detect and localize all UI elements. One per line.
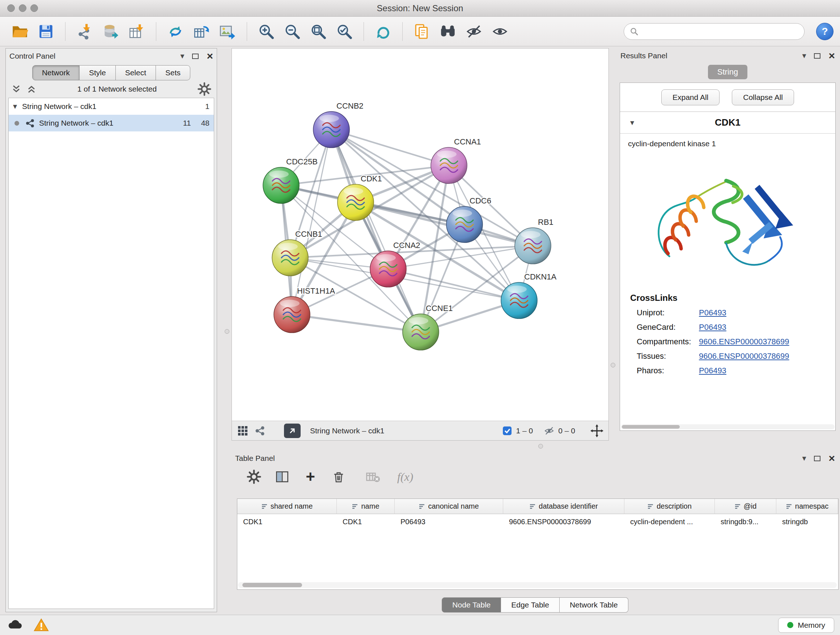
table-settings-button[interactable] <box>245 468 263 486</box>
open-report-button[interactable] <box>411 21 432 42</box>
delete-table-button[interactable] <box>364 468 381 486</box>
collection-disclosure-icon[interactable]: ▾ <box>13 103 17 111</box>
gene-disclosure-icon[interactable]: ▾ <box>630 119 634 127</box>
network-row[interactable]: String Network – cdk1 11 48 <box>9 115 214 131</box>
network-node-CCNA1[interactable]: CCNA1 <box>431 137 481 184</box>
network-node-CCNB2[interactable]: CCNB2 <box>313 101 363 148</box>
network-node-CDKN1A[interactable]: CDKN1A <box>501 272 557 318</box>
sort-icon <box>786 503 792 510</box>
column-header-namespace[interactable]: namespac <box>776 499 838 514</box>
uniprot-link[interactable]: P06493 <box>699 308 726 318</box>
grid-view-icon[interactable] <box>237 425 248 437</box>
close-window-button[interactable] <box>7 4 15 12</box>
table-row[interactable]: CDK1 CDK1 P06493 9606.ENSP00000378699 cy… <box>237 514 838 529</box>
tab-edge-table[interactable]: Edge Table <box>501 597 560 613</box>
tab-select[interactable]: Select <box>116 65 156 80</box>
results-tab-string[interactable]: String <box>708 65 747 79</box>
pharos-link[interactable]: P06493 <box>699 366 726 375</box>
tab-sets[interactable]: Sets <box>156 65 190 80</box>
expand-all-button[interactable]: Expand All <box>661 89 720 105</box>
clone-network-button[interactable] <box>165 21 186 42</box>
results-panel-close-icon[interactable]: × <box>829 50 835 61</box>
cell-shared-name[interactable]: CDK1 <box>237 514 337 529</box>
genecard-link[interactable]: P06493 <box>699 323 726 332</box>
network-node-HIST1H1A[interactable]: HIST1H1A <box>274 287 335 333</box>
network-node-CCNB1[interactable]: CCNB1 <box>272 230 322 276</box>
pan-crosshair-icon[interactable] <box>591 424 603 437</box>
create-column-button[interactable]: + <box>302 468 319 486</box>
gene-section-header[interactable]: ▾ CDK1 <box>620 112 835 134</box>
network-collection-row[interactable]: ▾ String Network – cdk1 1 <box>9 98 214 115</box>
apply-layout-button[interactable] <box>373 21 393 42</box>
cell-id[interactable]: stringdb:9... <box>715 514 776 529</box>
show-columns-button[interactable] <box>273 468 291 486</box>
tab-node-table[interactable]: Node Table <box>442 597 501 613</box>
node-table: shared name name canonical name database… <box>237 499 838 590</box>
column-header-description[interactable]: description <box>624 499 715 514</box>
cell-name[interactable]: CDK1 <box>337 514 395 529</box>
table-horizontal-scrollbar[interactable] <box>238 582 837 588</box>
import-network-from-file-button[interactable] <box>74 21 95 42</box>
delete-column-button[interactable] <box>330 468 347 486</box>
column-header-canonical-name[interactable]: canonical name <box>395 499 503 514</box>
export-image-button[interactable] <box>217 21 238 42</box>
cell-database-identifier[interactable]: 9606.ENSP00000378699 <box>503 514 624 529</box>
cell-canonical-name[interactable]: P06493 <box>395 514 503 529</box>
table-panel-float-icon[interactable] <box>814 456 821 461</box>
control-panel-close-icon[interactable]: × <box>207 51 213 62</box>
hide-selected-button[interactable] <box>463 21 485 42</box>
tab-network-table[interactable]: Network Table <box>560 597 628 613</box>
import-network-from-database-button[interactable] <box>100 21 121 42</box>
import-table-from-file-button[interactable] <box>126 21 147 42</box>
warnings-button[interactable] <box>33 616 50 634</box>
results-horizontal-scrollbar[interactable] <box>621 424 835 429</box>
column-header-database-identifier[interactable]: database identifier <box>503 499 624 514</box>
network-canvas[interactable]: CCNB2CCNA1CDC25BCDK1CDC6RB1CCNB1CCNA2CDK… <box>232 49 608 421</box>
splitter-handle[interactable] <box>538 444 543 448</box>
tab-style[interactable]: Style <box>80 65 116 80</box>
zoom-window-button[interactable] <box>30 4 38 12</box>
open-session-button[interactable] <box>9 21 30 42</box>
zoom-fit-button[interactable] <box>308 21 329 42</box>
control-panel-float-icon[interactable] <box>192 54 199 59</box>
cell-namespace[interactable]: stringdb <box>776 514 838 529</box>
search-network-button[interactable] <box>437 21 458 42</box>
selected-checkbox-icon[interactable] <box>502 425 513 436</box>
splitter-handle[interactable] <box>611 363 615 367</box>
column-header-id[interactable]: @id <box>715 499 776 514</box>
cell-description[interactable]: cyclin-dependent ... <box>624 514 715 529</box>
collapse-all-icon[interactable] <box>11 84 22 95</box>
cloud-status-button[interactable] <box>6 616 23 634</box>
show-all-button[interactable] <box>489 21 510 42</box>
network-node-RB1[interactable]: RB1 <box>515 218 554 264</box>
zoom-out-button[interactable] <box>282 21 303 42</box>
hidden-eye-slash-icon[interactable] <box>544 425 554 436</box>
table-panel-menu-icon[interactable]: ▾ <box>802 454 806 462</box>
column-header-name[interactable]: name <box>337 499 395 514</box>
gear-icon[interactable] <box>197 82 212 96</box>
control-panel: Control Panel ▾ × Network Style Select S… <box>5 48 217 612</box>
tissues-link[interactable]: 9606.ENSP00000378699 <box>699 352 789 361</box>
toolbar-search[interactable] <box>624 23 805 40</box>
memory-button[interactable]: Memory <box>778 618 834 633</box>
tab-network[interactable]: Network <box>32 65 80 80</box>
collapse-all-button[interactable]: Collapse All <box>732 89 794 105</box>
network-view-icon[interactable] <box>254 425 265 436</box>
table-panel-close-icon[interactable]: × <box>829 453 835 464</box>
splitter-handle[interactable] <box>225 329 229 334</box>
control-panel-menu-icon[interactable]: ▾ <box>180 52 184 60</box>
minimize-window-button[interactable] <box>19 4 27 12</box>
search-input[interactable] <box>642 27 798 36</box>
column-header-shared-name[interactable]: shared name <box>237 499 337 514</box>
compartments-link[interactable]: 9606.ENSP00000378699 <box>699 337 789 347</box>
zoom-selected-button[interactable] <box>334 21 355 42</box>
help-button[interactable]: ? <box>816 23 834 40</box>
function-builder-button[interactable]: f(x) <box>397 470 413 484</box>
results-panel-menu-icon[interactable]: ▾ <box>802 52 806 60</box>
expand-all-icon[interactable] <box>26 84 37 95</box>
zoom-in-button[interactable] <box>256 21 277 42</box>
save-session-button[interactable] <box>35 21 57 42</box>
results-panel-float-icon[interactable] <box>814 53 821 59</box>
birds-eye-view-button[interactable] <box>284 424 301 438</box>
create-network-from-table-button[interactable] <box>191 21 212 42</box>
